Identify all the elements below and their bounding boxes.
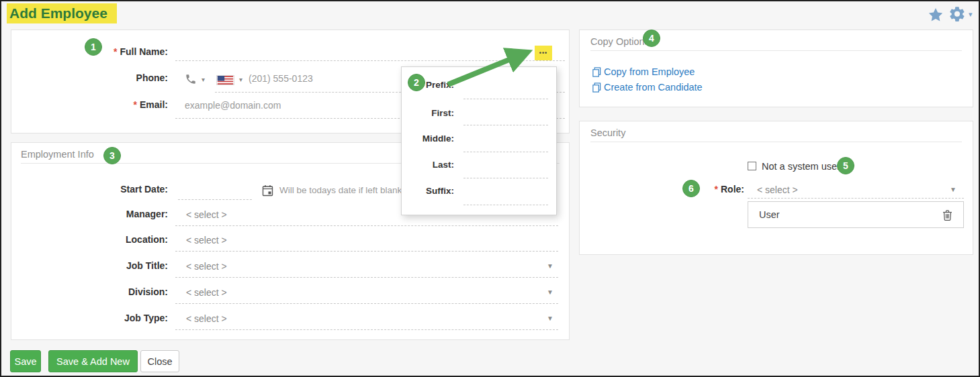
location-select[interactable]: < select > [186, 235, 227, 246]
job-type-select[interactable]: < select > [186, 313, 227, 324]
settings-gear-icon[interactable] [948, 5, 966, 23]
favorite-star-icon[interactable] [928, 7, 944, 23]
ellipsis-icon: ••• [539, 50, 547, 56]
suffix-input[interactable] [463, 205, 548, 205]
job-type-select-underline[interactable] [175, 329, 558, 330]
settings-menu-caret[interactable]: ▾ [969, 10, 973, 19]
division-label: Division: [11, 286, 168, 297]
start-date-hint: Will be todays date if left blank [279, 185, 402, 195]
copy-icon [592, 67, 602, 77]
not-system-user-checkbox[interactable] [748, 162, 756, 170]
job-title-select[interactable]: < select > [186, 261, 227, 272]
last-input[interactable] [463, 178, 548, 178]
start-date-input[interactable] [178, 199, 252, 200]
copy-icon [592, 83, 602, 93]
country-caret[interactable]: ▾ [239, 76, 242, 83]
delete-role-trash-icon[interactable] [942, 209, 952, 221]
division-select[interactable]: < select > [186, 287, 227, 298]
add-employee-page: Add Employee ▾ *Full Name: ••• Phone: ▾ [0, 0, 980, 377]
copy-from-employee-link[interactable]: Copy from Employee [592, 66, 695, 77]
prefix-input[interactable] [463, 99, 548, 99]
country-flag-us-icon[interactable] [216, 75, 234, 85]
callout-1: 1 [85, 38, 102, 56]
security-panel: Security Not a system user *Role: < sele… [579, 121, 973, 255]
location-label: Location: [11, 234, 168, 245]
phone-input[interactable]: (201) 555-0123 [249, 73, 313, 84]
division-select-underline[interactable] [175, 303, 558, 304]
email-label: *Email: [11, 99, 168, 110]
role-dropdown-arrow[interactable]: ▼ [950, 186, 956, 193]
phone-type-icon[interactable] [185, 73, 197, 85]
manager-select[interactable]: < select > [186, 209, 227, 220]
middle-label: Middle: [402, 133, 454, 144]
role-item-label: User [759, 209, 780, 220]
callout-2: 2 [408, 74, 425, 91]
manager-label: Manager: [11, 209, 168, 219]
role-select[interactable]: < select > [757, 184, 798, 195]
not-system-user-label[interactable]: Not a system user [762, 161, 840, 172]
callout-3: 3 [103, 147, 121, 164]
employment-info-title: Employment Info [21, 149, 94, 160]
first-label: First: [402, 108, 454, 118]
full-name-more-button[interactable]: ••• [535, 46, 552, 60]
create-from-candidate-link[interactable]: Create from Candidate [592, 82, 703, 93]
job-type-dropdown-arrow[interactable]: ▼ [547, 315, 553, 322]
first-input[interactable] [463, 125, 548, 125]
calendar-icon[interactable] [262, 184, 273, 197]
required-asterisk: * [114, 46, 117, 57]
section-divider [590, 142, 962, 142]
role-label: *Role: [580, 184, 744, 195]
required-asterisk: * [134, 99, 137, 110]
job-title-dropdown-arrow[interactable]: ▼ [547, 262, 553, 270]
role-list-item: User [748, 201, 964, 228]
middle-input[interactable] [463, 152, 548, 152]
close-button[interactable]: Close [140, 350, 179, 372]
security-title: Security [590, 127, 625, 138]
callout-4: 4 [643, 30, 660, 47]
job-title-select-underline[interactable] [175, 277, 558, 278]
section-divider [590, 50, 962, 51]
name-details-popup: Prefix: First: Middle: Last: Suffix: [401, 66, 557, 215]
role-select-underline[interactable] [748, 198, 964, 199]
callout-5: 5 [837, 157, 854, 174]
copy-options-panel: Copy Options Copy from Employee Create f… [579, 30, 973, 107]
phone-type-caret[interactable]: ▾ [202, 76, 205, 83]
last-label: Last: [402, 160, 454, 170]
save-button[interactable]: Save [10, 350, 41, 372]
email-input[interactable]: example@domain.com [185, 100, 281, 111]
required-asterisk: * [715, 184, 718, 195]
copy-options-title: Copy Options [590, 36, 650, 47]
location-select-underline[interactable] [175, 251, 558, 252]
save-add-new-button[interactable]: Save & Add New [48, 350, 138, 372]
phone-label: Phone: [11, 72, 168, 83]
job-type-label: Job Type: [11, 313, 168, 323]
full-name-input[interactable] [175, 60, 565, 61]
suffix-label: Suffix: [402, 186, 454, 196]
start-date-label: Start Date: [11, 184, 168, 195]
job-title-label: Job Title: [11, 260, 168, 271]
manager-select-underline[interactable] [175, 225, 558, 226]
callout-6: 6 [682, 180, 700, 197]
page-title: Add Employee [7, 3, 117, 23]
division-dropdown-arrow[interactable]: ▼ [547, 288, 553, 296]
